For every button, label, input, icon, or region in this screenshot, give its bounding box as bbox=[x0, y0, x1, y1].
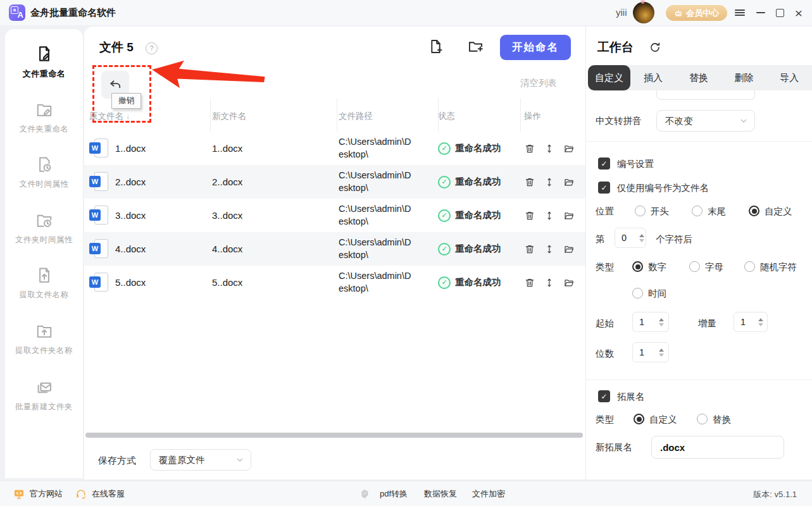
word-file-icon: W bbox=[89, 273, 108, 293]
tab-replace[interactable]: 替换 bbox=[676, 72, 721, 84]
delete-row-button[interactable] bbox=[524, 277, 535, 288]
delete-row-button[interactable] bbox=[524, 210, 535, 221]
char-position-input[interactable] bbox=[615, 232, 639, 244]
radio-ext-replace[interactable] bbox=[697, 414, 708, 424]
radio-type-number[interactable] bbox=[632, 261, 643, 272]
table-row[interactable]: W 5..docx 5..docx C:\Users\admin\Desktop… bbox=[84, 266, 585, 299]
open-folder-button[interactable] bbox=[563, 244, 575, 255]
numbering-checkbox[interactable] bbox=[598, 157, 610, 170]
avatar[interactable]: ♛ bbox=[633, 2, 654, 23]
save-mode-select[interactable]: 覆盖原文件 bbox=[150, 449, 251, 471]
radio-position-custom[interactable] bbox=[749, 206, 759, 216]
online-support-link[interactable]: 在线客服 bbox=[75, 481, 125, 506]
start-input[interactable] bbox=[633, 316, 657, 328]
sidebar-item-folder-rename[interactable]: 文件夹重命名 bbox=[5, 100, 83, 135]
sidebar-item-extract-file-name[interactable]: 提取文件名称 bbox=[5, 266, 83, 300]
start-rename-button[interactable]: 开始命名 bbox=[500, 35, 571, 60]
move-icon bbox=[544, 210, 555, 221]
username[interactable]: yiii bbox=[616, 7, 627, 18]
radio-type-letter[interactable] bbox=[689, 261, 700, 272]
radio-label[interactable]: 末尾 bbox=[708, 206, 726, 218]
open-folder-button[interactable] bbox=[563, 143, 575, 154]
delete-row-button[interactable] bbox=[524, 176, 535, 188]
table-row[interactable]: W 3..docx 3..docx C:\Users\admin\Desktop… bbox=[84, 199, 585, 232]
digits-stepper[interactable] bbox=[632, 342, 669, 362]
radio-label[interactable]: 自定义 bbox=[649, 414, 677, 426]
stepper-arrows[interactable] bbox=[639, 234, 644, 242]
clipped-input[interactable] bbox=[656, 90, 755, 100]
pdf-convert-link[interactable]: pdf转换 bbox=[380, 481, 408, 506]
stepper-arrows[interactable] bbox=[659, 349, 664, 357]
move-row-button[interactable] bbox=[544, 176, 555, 188]
data-recovery-link[interactable]: 数据恢复 bbox=[424, 481, 457, 506]
refresh-button[interactable] bbox=[649, 41, 661, 54]
radio-position-end[interactable] bbox=[692, 206, 703, 216]
horizontal-scrollbar[interactable] bbox=[85, 433, 583, 438]
pinyin-select[interactable]: 不改变 bbox=[656, 110, 755, 132]
radio-label[interactable]: 随机字符 bbox=[760, 261, 797, 273]
titlebar: a A 金舟批量重命名软件 yiii ♛ 会员中心 bbox=[0, 0, 812, 25]
radio-label[interactable]: 开头 bbox=[651, 206, 669, 218]
column-original-name[interactable]: 原文件名 bbox=[89, 111, 130, 122]
sidebar-item-extract-folder-name[interactable]: 提取文件夹名称 bbox=[5, 321, 83, 356]
increment-stepper[interactable] bbox=[734, 312, 768, 332]
tab-insert[interactable]: 插入 bbox=[630, 72, 676, 84]
open-folder-button[interactable] bbox=[563, 210, 575, 221]
radio-label[interactable]: 时间 bbox=[648, 288, 666, 300]
file-encrypt-link[interactable]: 文件加密 bbox=[472, 481, 505, 506]
minimize-button[interactable] bbox=[752, 0, 770, 25]
official-website-link[interactable]: 官方网站 bbox=[13, 481, 63, 506]
char-suffix-label: 个字符后 bbox=[656, 233, 692, 245]
vip-center-label: 会员中心 bbox=[686, 8, 719, 19]
menu-icon[interactable] bbox=[731, 0, 749, 25]
radio-label[interactable]: 替换 bbox=[713, 414, 731, 426]
sidebar-item-file-rename[interactable]: 文件重命名 bbox=[5, 44, 83, 80]
tab-custom[interactable]: 自定义 bbox=[588, 65, 630, 90]
radio-position-start[interactable] bbox=[635, 206, 646, 216]
move-row-button[interactable] bbox=[544, 143, 555, 154]
close-button[interactable] bbox=[790, 0, 808, 25]
radio-ext-custom[interactable] bbox=[634, 414, 644, 424]
radio-label[interactable]: 自定义 bbox=[765, 206, 792, 218]
radio-label[interactable]: 数字 bbox=[648, 261, 666, 273]
increment-input[interactable] bbox=[734, 316, 758, 328]
radio-type-random[interactable] bbox=[744, 261, 755, 272]
start-stepper[interactable] bbox=[632, 312, 669, 332]
radio-type-time[interactable] bbox=[632, 288, 643, 299]
sidebar-item-batch-new-folder[interactable]: 批量新建文件夹 bbox=[5, 378, 83, 412]
vip-center-button[interactable]: 会员中心 bbox=[666, 5, 727, 21]
increment-label: 增量 bbox=[698, 318, 716, 330]
help-icon[interactable]: ? bbox=[146, 42, 158, 54]
move-row-button[interactable] bbox=[544, 210, 555, 221]
open-folder-button[interactable] bbox=[563, 277, 575, 288]
stepper-arrows[interactable] bbox=[758, 318, 763, 326]
char-prefix-label: 第 bbox=[596, 233, 605, 245]
add-folder-button[interactable] bbox=[467, 38, 484, 55]
page-title: 文件 5 bbox=[99, 39, 134, 56]
extension-checkbox[interactable] bbox=[598, 390, 610, 402]
radio-label[interactable]: 字母 bbox=[705, 261, 723, 273]
char-position-stepper[interactable] bbox=[615, 228, 646, 248]
table-row[interactable]: W 2..docx 2..docx C:\Users\admin\Desktop… bbox=[84, 165, 585, 199]
table-row[interactable]: W 4..docx 4..docx C:\Users\admin\Desktop… bbox=[84, 232, 585, 266]
maximize-button[interactable] bbox=[771, 0, 789, 25]
sidebar-item-file-time[interactable]: 文件时间属性 bbox=[5, 155, 83, 190]
new-extension-input[interactable] bbox=[651, 436, 784, 459]
digits-input[interactable] bbox=[633, 347, 657, 358]
add-file-button[interactable] bbox=[427, 38, 444, 55]
tab-delete[interactable]: 删除 bbox=[721, 72, 767, 84]
move-icon bbox=[544, 176, 555, 188]
move-icon bbox=[544, 143, 555, 154]
clear-list-button[interactable]: 清空列表 bbox=[520, 77, 557, 89]
sidebar-item-label: 提取文件名称 bbox=[5, 290, 83, 300]
stepper-arrows[interactable] bbox=[659, 318, 664, 326]
delete-row-button[interactable] bbox=[524, 143, 535, 154]
open-folder-button[interactable] bbox=[563, 176, 575, 188]
move-row-button[interactable] bbox=[544, 244, 555, 255]
table-row[interactable]: W 1..docx 1..docx C:\Users\admin\Desktop… bbox=[84, 132, 585, 165]
sidebar-item-folder-time[interactable]: 文件夹时间属性 bbox=[5, 211, 83, 245]
only-number-checkbox[interactable] bbox=[598, 182, 610, 194]
delete-row-button[interactable] bbox=[524, 244, 535, 255]
tab-import[interactable]: 导入 bbox=[766, 72, 812, 84]
move-row-button[interactable] bbox=[544, 277, 555, 288]
